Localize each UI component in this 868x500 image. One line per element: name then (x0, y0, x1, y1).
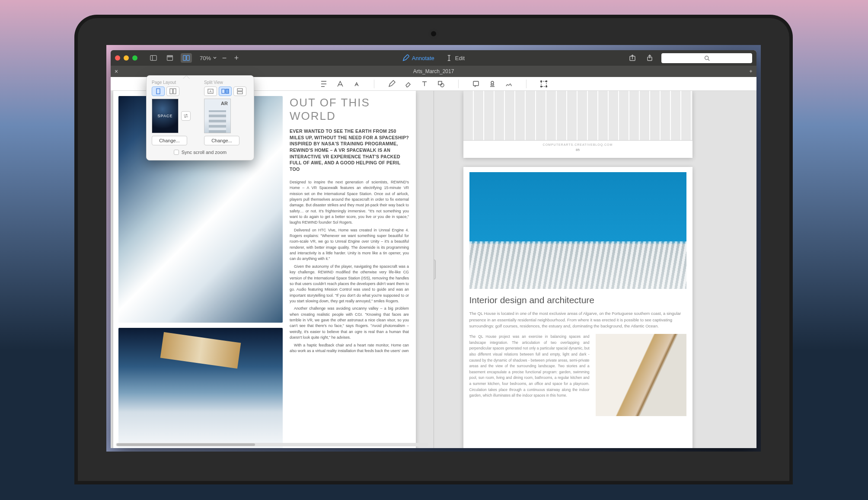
page-view-button[interactable] (164, 53, 176, 63)
app-window: 70% − + Annotate Edit (111, 50, 756, 448)
article-p: Delivered on HTC Vive, Home was created … (290, 228, 409, 262)
zoom-control: 70% − + (200, 53, 241, 63)
laptop-frame: 70% − + Annotate Edit (78, 18, 789, 481)
sidebar-toggle-button[interactable] (148, 53, 159, 63)
svg-point-15 (540, 80, 542, 82)
note-tool[interactable] (472, 80, 480, 88)
article-lead: EVER WANTED TO SEE THE EARTH FROM 250 MI… (290, 128, 409, 173)
horizontal-scrollbar[interactable] (116, 443, 428, 446)
sync-checkbox[interactable] (174, 150, 179, 155)
swap-icon (183, 113, 189, 119)
split-view-off-button[interactable]: A (204, 87, 217, 96)
selection-tool[interactable] (539, 80, 548, 88)
svg-rect-20 (170, 89, 172, 94)
svg-rect-3 (168, 56, 172, 57)
article-title: OUT OF THIS WORLD (290, 96, 409, 123)
architecture-hero-image (469, 172, 686, 289)
annotate-mode-button[interactable]: Annotate (402, 54, 434, 61)
font-small-tool[interactable] (352, 80, 361, 88)
window-controls (115, 55, 137, 61)
arch-two-column: The QL House project was an exercise in … (469, 334, 686, 416)
arch-title: Interior design and architecture (469, 295, 686, 305)
page-caption: COMPUTERARTS.CREATIVEBLOQ.COM (463, 141, 692, 146)
edit-label: Edit (455, 55, 465, 61)
zoom-select[interactable]: 70% (200, 55, 217, 61)
shape-tool[interactable] (437, 80, 445, 88)
change-right-button[interactable]: Change... (204, 136, 239, 145)
split-view-horizontal-button[interactable] (219, 87, 232, 96)
arch-lead: The QL House is located in one of the mo… (469, 311, 686, 330)
staircase-image (596, 334, 686, 416)
svg-rect-0 (150, 55, 156, 60)
svg-rect-27 (237, 92, 243, 94)
zoom-value: 70% (200, 55, 211, 61)
svg-rect-14 (541, 81, 546, 87)
pen-tool[interactable] (387, 80, 396, 88)
svg-rect-4 (183, 55, 186, 60)
chevron-down-icon (213, 56, 217, 60)
svg-rect-10 (438, 81, 442, 85)
article-p: Designed to inspire the next generation … (290, 179, 409, 226)
layout-popover: Page Layout SPACE (146, 75, 254, 160)
text-select-tool[interactable] (319, 80, 328, 88)
building-elevation-image (463, 91, 692, 141)
laptop-screen: 70% − + Annotate Edit (106, 45, 761, 452)
separator (458, 80, 459, 88)
zoom-in-button[interactable]: + (232, 53, 241, 63)
svg-point-18 (546, 86, 547, 87)
text-tool[interactable] (420, 80, 429, 88)
svg-rect-24 (222, 89, 225, 93)
thumb-left: SPACE (152, 99, 179, 133)
eraser-tool[interactable] (404, 80, 412, 88)
svg-point-11 (440, 83, 444, 87)
thumb-left-label: SPACE (158, 114, 173, 118)
tab-close-button[interactable]: × (111, 68, 122, 75)
svg-point-8 (705, 56, 708, 59)
svg-point-17 (540, 86, 542, 87)
sync-label: Sync scroll and zoom (182, 150, 227, 155)
article-p: Another challenge was avoiding uncanny v… (290, 306, 409, 340)
font-large-tool[interactable] (336, 80, 345, 88)
split-view-vertical-button[interactable] (233, 87, 246, 96)
export-button[interactable] (627, 53, 638, 63)
svg-rect-21 (173, 89, 176, 94)
sync-option[interactable]: Sync scroll and zoom (152, 150, 249, 155)
separator (526, 80, 527, 88)
close-window-icon[interactable] (115, 55, 120, 61)
swap-documents-button[interactable] (181, 111, 191, 121)
change-left-button[interactable]: Change... (152, 136, 187, 145)
page-layout-single-button[interactable] (152, 87, 165, 96)
camera-icon (431, 31, 436, 36)
stamp-tool[interactable] (488, 80, 497, 88)
svg-rect-19 (156, 89, 160, 94)
article-p: With a haptic feedback chair and a heart… (290, 343, 409, 354)
separator (374, 80, 374, 88)
share-button[interactable] (644, 53, 655, 63)
split-view-button[interactable] (181, 53, 192, 63)
right-page-top: COMPUTERARTS.CREATIVEBLOQ.COM 85 (463, 91, 692, 158)
annotate-label: Annotate (412, 55, 434, 61)
right-pane[interactable]: COMPUTERARTS.CREATIVEBLOQ.COM 85 Interio… (434, 91, 757, 448)
tab-add-button[interactable]: + (745, 68, 756, 74)
pencil-icon (402, 54, 409, 61)
popover-heading-page-layout: Page Layout (152, 80, 196, 85)
arch-body: The QL House project was an exercise in … (469, 334, 590, 416)
svg-rect-5 (187, 55, 189, 60)
popover-heading-split-view: Split View (204, 80, 249, 85)
maximize-window-icon[interactable] (132, 55, 137, 61)
iss-image (118, 328, 283, 448)
svg-point-13 (491, 81, 494, 84)
thumb-right: AR (204, 99, 231, 133)
search-input[interactable] (661, 53, 752, 63)
page-number: 85 (463, 146, 692, 152)
search-icon (704, 55, 710, 61)
edit-mode-button[interactable]: Edit (446, 54, 465, 61)
tab-title: Arts_March_2017 (413, 68, 454, 74)
signature-tool[interactable] (504, 80, 513, 88)
article-body: Designed to inspire the next generation … (290, 179, 409, 354)
minimize-window-icon[interactable] (124, 55, 129, 61)
titlebar: 70% − + Annotate Edit (111, 50, 756, 66)
page-layout-double-button[interactable] (166, 87, 179, 96)
split-divider-handle[interactable] (434, 260, 436, 279)
zoom-out-button[interactable]: − (220, 53, 229, 63)
